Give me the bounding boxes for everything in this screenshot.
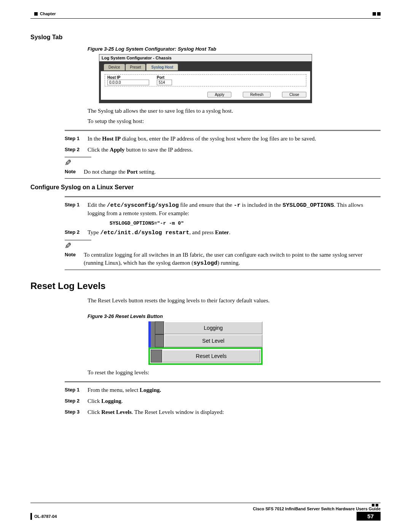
figure-26-caption: Figure 3-26 Reset Levels Button	[88, 313, 381, 319]
square-icon	[34, 12, 38, 16]
pencil-icon: ✎	[65, 158, 72, 168]
host-ip-label: Host IP	[107, 75, 149, 80]
tab-preset[interactable]: Preset	[126, 64, 146, 70]
step-label: Step 2	[65, 146, 88, 154]
page-number: 57	[357, 512, 381, 521]
step-label: Step 3	[65, 408, 88, 416]
close-button[interactable]: Close	[282, 92, 306, 97]
apply-button[interactable]: Apply	[207, 92, 231, 97]
corner-decoration	[373, 12, 381, 16]
port-input[interactable]: 514	[157, 80, 172, 85]
note-label: Note	[65, 251, 84, 257]
syslog-intro-2: To setup the syslog host:	[88, 117, 381, 125]
linux-config-heading: Configure Syslog on a Linux Server	[30, 184, 381, 191]
tab-device[interactable]: Device	[104, 64, 125, 70]
fig25-titlebar: Log System Configurator - Chassis	[99, 54, 312, 61]
reset-levels-highlight: Reset Levels	[148, 347, 263, 365]
linux-step1: Step 1 Edit the /etc/sysconfig/syslog fi…	[65, 201, 381, 217]
chapter-marker: Chapter	[34, 11, 56, 16]
refresh-button[interactable]: Refresh	[243, 92, 271, 97]
set-level-button[interactable]: Set Level	[164, 334, 263, 347]
syslog-intro-1: The Syslog tab allows the user to save l…	[88, 107, 381, 115]
syslog-tab-heading: Syslog Tab	[30, 34, 381, 41]
reset-levels-button[interactable]: Reset Levels	[162, 350, 260, 363]
reset-step1: Step 1 From the menu, select Logging.	[65, 386, 381, 394]
footer-doc-number: OL-8787-04	[34, 514, 57, 519]
syslog-step1: Step 1 In the Host IP dialog box, enter …	[65, 135, 381, 143]
footer-guide-title: Cisco SFS 7012 InfiniBand Server Switch …	[253, 506, 381, 511]
pencil-icon: ✎	[65, 241, 72, 251]
step-label: Step 2	[65, 228, 88, 237]
note-label: Note	[65, 168, 84, 174]
step-label: Step 2	[65, 397, 88, 405]
syslog-step2: Step 2 Click the Apply button to save th…	[65, 146, 381, 154]
figure-25-caption: Figure 3-25 Log System Configurator: Sys…	[88, 46, 381, 52]
step-label: Step 1	[65, 201, 88, 217]
tab-syslog-host[interactable]: Syslog Host	[146, 64, 178, 70]
linux-step2: Step 2 Type /etc/init.d/syslog restart, …	[65, 228, 381, 237]
reset-prompt: To reset the logging levels:	[88, 369, 381, 377]
reset-log-levels-heading: Reset Log Levels	[30, 281, 381, 291]
step-label: Step 1	[65, 386, 88, 394]
reset-step3: Step 3 Click Reset Levels. The Reset Lev…	[65, 408, 381, 416]
page-footer: Cisco SFS 7012 InfiniBand Server Switch …	[30, 503, 381, 521]
reset-levels-intro: The Reset Levels button resets the loggi…	[88, 297, 381, 305]
port-label: Port	[157, 75, 172, 80]
figure-26-panel: Logging Set Level Reset Levels	[148, 321, 263, 365]
host-ip-input[interactable]: 0.0.0.0	[107, 80, 149, 85]
fig25-tabrow: Device Preset Syslog Host	[99, 61, 312, 70]
figure-25-window: Log System Configurator - Chassis Device…	[99, 54, 312, 103]
reset-step2: Step 2 Click Logging.	[65, 397, 381, 405]
step-label: Step 1	[65, 135, 88, 143]
logging-menu-button[interactable]: Logging	[164, 321, 263, 334]
syslogd-options-code: SYSLOGD_OPTIONS="-r -m 0"	[110, 220, 381, 226]
chapter-label: Chapter	[40, 11, 56, 16]
